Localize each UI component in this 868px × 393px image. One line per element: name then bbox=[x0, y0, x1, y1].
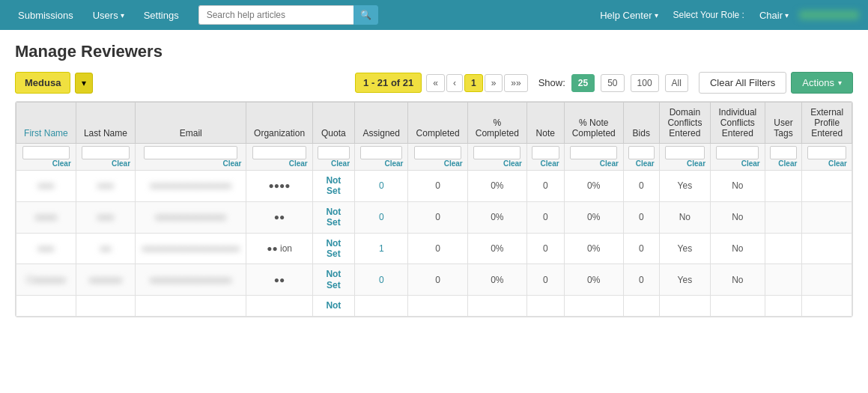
page-title: Manage Reviewers bbox=[15, 42, 853, 61]
clear-all-filters-button[interactable]: Clear All Filters bbox=[699, 72, 786, 94]
table-cell bbox=[765, 233, 802, 264]
filter-cell-pct-completed: Clear bbox=[467, 144, 526, 171]
table-cell: Yes bbox=[659, 171, 710, 202]
table-cell: ●● bbox=[246, 201, 312, 233]
filter-quota[interactable] bbox=[318, 146, 350, 159]
filter-clear-org[interactable]: Clear bbox=[249, 159, 309, 168]
table-cell: No bbox=[711, 201, 765, 233]
page-prev-button[interactable]: ‹ bbox=[446, 74, 463, 92]
filter-cell-pct-note: Clear bbox=[564, 144, 623, 171]
assigned-link[interactable]: 0 bbox=[379, 180, 384, 191]
filter-note[interactable] bbox=[532, 146, 559, 159]
table-cell: ●●● bbox=[76, 171, 135, 202]
table-cell bbox=[623, 296, 659, 316]
nav-users[interactable]: Users ▾ bbox=[85, 4, 132, 27]
not-set-value: NotSet bbox=[326, 238, 341, 259]
filter-clear-domain[interactable]: Clear bbox=[663, 159, 707, 168]
filter-clear-last-name[interactable]: Clear bbox=[79, 159, 132, 168]
assigned-link[interactable]: 0 bbox=[379, 212, 384, 222]
table-cell: ●●● bbox=[76, 201, 135, 233]
assigned-link[interactable]: 0 bbox=[379, 275, 384, 285]
table-cell: ●●●● bbox=[16, 201, 76, 233]
table-header-row: First Name Last Name Email Organization … bbox=[16, 103, 852, 144]
filter-clear-quota[interactable]: Clear bbox=[316, 159, 351, 168]
role-dropdown[interactable]: Chair ▾ bbox=[752, 4, 796, 27]
show-25-button[interactable]: 25 bbox=[571, 74, 595, 92]
filter-tags[interactable] bbox=[770, 146, 798, 159]
table-cell bbox=[16, 296, 76, 316]
user-button[interactable] bbox=[799, 10, 859, 19]
table-cell: ●●●●●● bbox=[76, 264, 135, 296]
table-row: C●●●●●●●●●●●●●●●●●●●●●●●●●●●●●NotSet000%… bbox=[16, 264, 852, 296]
table-cell: 0 bbox=[623, 171, 659, 202]
actions-button[interactable]: Actions ▾ bbox=[791, 72, 853, 94]
table-cell: NotSet bbox=[312, 171, 354, 202]
show-50-button[interactable]: 50 bbox=[601, 74, 624, 92]
filter-last-name[interactable] bbox=[82, 146, 129, 159]
page-current-button[interactable]: 1 bbox=[464, 74, 483, 92]
search-button[interactable]: 🔍 bbox=[353, 5, 378, 25]
table-cell: 0 bbox=[408, 171, 467, 202]
col-header-quota: Quota bbox=[312, 103, 354, 144]
filter-cell-completed: Clear bbox=[408, 144, 467, 171]
filter-clear-assigned[interactable]: Clear bbox=[358, 159, 404, 168]
table-cell bbox=[765, 296, 802, 316]
table-cell bbox=[467, 296, 526, 316]
show-100-button[interactable]: 100 bbox=[631, 74, 659, 92]
not-set-value: NotSet bbox=[326, 207, 341, 228]
show-all-button[interactable]: All bbox=[665, 74, 688, 92]
filter-bids[interactable] bbox=[628, 146, 655, 159]
filter-domain[interactable] bbox=[665, 146, 705, 159]
filter-pct-note[interactable] bbox=[570, 146, 617, 159]
conference-dropdown-button[interactable]: ▾ bbox=[75, 73, 93, 94]
page-last-button[interactable]: »» bbox=[504, 74, 527, 92]
filter-clear-pct-completed[interactable]: Clear bbox=[471, 159, 523, 168]
filter-clear-tags[interactable]: Clear bbox=[768, 159, 799, 168]
filter-first-name[interactable] bbox=[22, 146, 70, 159]
table-cell: 0 bbox=[526, 171, 564, 202]
table-cell: 0 bbox=[623, 201, 659, 233]
filter-clear-note[interactable]: Clear bbox=[530, 159, 561, 168]
filter-cell-domain: Clear bbox=[659, 144, 710, 171]
filter-ext[interactable] bbox=[807, 146, 846, 159]
nav-submissions[interactable]: Submissions bbox=[9, 4, 82, 27]
search-input[interactable] bbox=[198, 5, 353, 25]
filter-completed[interactable] bbox=[414, 146, 461, 159]
filter-assigned[interactable] bbox=[360, 146, 402, 159]
filter-cell-quota: Clear bbox=[312, 144, 354, 171]
table-cell bbox=[765, 171, 802, 202]
col-header-individual-conflicts: IndividualConflictsEntered bbox=[711, 103, 765, 144]
table-cell: 0 bbox=[355, 171, 408, 202]
filter-clear-email[interactable]: Clear bbox=[139, 159, 243, 168]
filter-individual[interactable] bbox=[716, 146, 759, 159]
table-cell: 0% bbox=[564, 201, 623, 233]
table-filter-row: Clear Clear Clear Clear bbox=[16, 144, 852, 171]
table-cell bbox=[564, 296, 623, 316]
filter-clear-ext[interactable]: Clear bbox=[805, 159, 849, 168]
table-cell: NotSet bbox=[312, 201, 354, 233]
pagination-info: 1 - 21 of 21 bbox=[355, 73, 422, 93]
filter-pct-completed[interactable] bbox=[473, 146, 521, 159]
filter-clear-pct-note[interactable]: Clear bbox=[568, 159, 620, 168]
col-header-last-name: Last Name bbox=[76, 103, 135, 144]
table-cell bbox=[802, 233, 852, 264]
assigned-link[interactable]: 1 bbox=[379, 243, 384, 254]
table-cell: 0 bbox=[408, 233, 467, 264]
filter-clear-individual[interactable]: Clear bbox=[714, 159, 762, 168]
filter-org[interactable] bbox=[252, 146, 306, 159]
filter-clear-completed[interactable]: Clear bbox=[411, 159, 464, 168]
page-first-button[interactable]: « bbox=[426, 74, 445, 92]
col-header-first-name[interactable]: First Name bbox=[16, 103, 76, 144]
filter-email[interactable] bbox=[144, 146, 237, 159]
table-cell: Yes bbox=[659, 264, 710, 296]
nav-settings[interactable]: Settings bbox=[135, 4, 188, 27]
page-next-button[interactable]: » bbox=[485, 74, 503, 92]
nav-search-container: 🔍 bbox=[198, 5, 378, 25]
table-cell: ●●●●●●●●●●●●●●● bbox=[136, 171, 246, 202]
conference-button[interactable]: Medusa bbox=[15, 72, 70, 94]
show-label: Show: bbox=[538, 77, 565, 88]
filter-clear-first-name[interactable]: Clear bbox=[19, 159, 73, 168]
nav-help-center[interactable]: Help Center ▾ bbox=[592, 4, 665, 27]
filter-clear-bids[interactable]: Clear bbox=[627, 159, 656, 168]
table-cell: No bbox=[711, 171, 765, 202]
